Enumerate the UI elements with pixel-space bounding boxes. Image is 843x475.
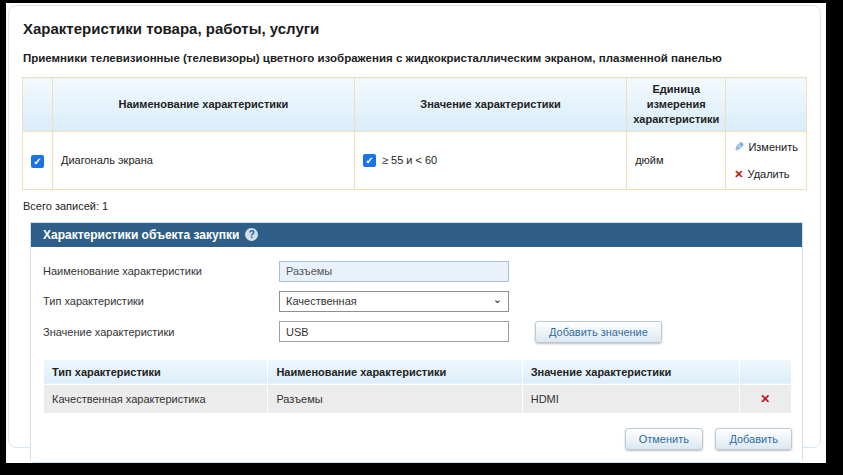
type-select-value: Качественная: [286, 295, 357, 307]
inner-header-type: Тип характеристики: [44, 359, 268, 384]
added-values-table: Тип характеристики Наименование характер…: [43, 359, 792, 414]
row-select-checkbox[interactable]: ✓: [31, 155, 44, 168]
panel-buttons-row: Отменить Добавить: [43, 428, 792, 450]
edit-link[interactable]: ✎ Изменить: [734, 140, 798, 154]
help-icon[interactable]: ?: [245, 228, 258, 241]
type-field-label: Тип характеристики: [43, 295, 279, 307]
delete-link-label: Удалить: [748, 168, 790, 180]
page-background: Характеристики товара, работы, услуги Пр…: [6, 3, 826, 463]
inner-row-type: Качественная характеристика: [44, 384, 268, 413]
panel-header: Характеристики объекта закупки ?: [31, 223, 802, 247]
product-description: Приемники телевизионные (телевизоры) цве…: [23, 52, 807, 64]
header-actions-cell: [726, 78, 807, 132]
inner-row-value: HDMI: [522, 384, 739, 413]
inner-table-row: Качественная характеристика Разъемы HDMI…: [44, 384, 792, 413]
panel-title: Характеристики объекта закупки: [43, 228, 239, 242]
edit-link-label: Изменить: [748, 141, 798, 153]
total-records: Всего записей: 1: [23, 200, 807, 212]
header-unit: Единица измерения характеристики: [627, 78, 726, 132]
inner-header-actions-cell: [739, 359, 791, 384]
characteristics-table-header-row: Наименование характеристики Значение хар…: [23, 78, 807, 132]
characteristics-table: Наименование характеристики Значение хар…: [22, 77, 807, 190]
inner-header-value: Значение характеристики: [522, 359, 739, 384]
name-field-label: Наименование характеристики: [43, 265, 279, 277]
delete-link[interactable]: ✕ Удалить: [734, 168, 798, 181]
pencil-icon: ✎: [734, 140, 744, 154]
type-select[interactable]: Качественная ⌄: [279, 291, 509, 312]
form-row-value: Значение характеристики Добавить значени…: [43, 321, 792, 343]
inner-row-name: Разъемы: [268, 384, 522, 413]
row-name: Диагональ экрана: [53, 131, 355, 189]
chevron-down-icon: ⌄: [493, 294, 502, 304]
form-row-name: Наименование характеристики: [43, 261, 792, 282]
panel-add-button[interactable]: Добавить: [715, 428, 792, 450]
remove-value-icon[interactable]: ✕: [760, 392, 770, 406]
page-title: Характеристики товара, работы, услуги: [23, 20, 807, 37]
form-row-type: Тип характеристики Качественная ⌄: [43, 291, 792, 312]
value-checkbox[interactable]: ✓: [363, 154, 376, 167]
value-field[interactable]: [279, 321, 509, 342]
header-value: Значение характеристики: [354, 78, 626, 132]
inner-header-name: Наименование характеристики: [268, 359, 522, 384]
inner-table-header-row: Тип характеристики Наименование характер…: [44, 359, 792, 384]
row-value: ≥ 55 и < 60: [382, 154, 437, 166]
value-field-label: Значение характеристики: [43, 326, 279, 338]
header-name: Наименование характеристики: [53, 78, 355, 132]
name-field[interactable]: [279, 261, 509, 282]
header-checkbox-cell: [23, 78, 53, 132]
table-row: ✓ Диагональ экрана ✓ ≥ 55 и < 60 дюйм ✎ …: [23, 131, 807, 189]
add-value-button[interactable]: Добавить значение: [535, 321, 662, 343]
purchase-object-panel: Характеристики объекта закупки ? Наимено…: [30, 222, 803, 463]
panel-body: Наименование характеристики Тип характер…: [31, 247, 802, 462]
row-unit: дюйм: [627, 131, 726, 189]
characteristics-card: Характеристики товара, работы, услуги Пр…: [8, 5, 821, 448]
delete-x-icon: ✕: [734, 168, 743, 181]
panel-cancel-button[interactable]: Отменить: [625, 428, 703, 450]
